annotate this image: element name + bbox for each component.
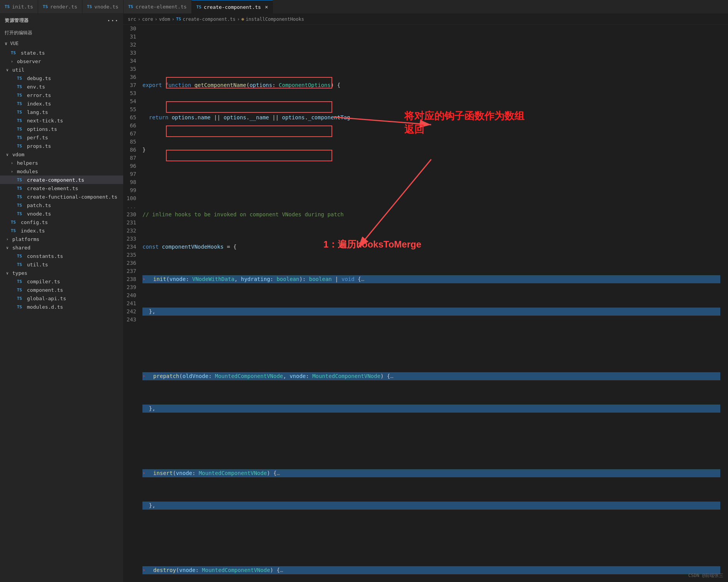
tab-bar: TS init.ts TS render.ts TS vnode.ts TS c… <box>0 0 728 14</box>
tab-init[interactable]: TS init.ts <box>0 0 38 13</box>
code-line: const componentVNodeHooks = { <box>142 243 720 251</box>
sidebar-item-util[interactable]: ∨ util <box>0 65 123 74</box>
tab-label: create-element.ts <box>136 4 187 10</box>
ts-icon: TS <box>87 4 92 9</box>
breadcrumb: src › core › vdom › TS create-component.… <box>123 14 728 25</box>
watermark: CSDN @前端张三 <box>688 572 723 579</box>
tab-label: render.ts <box>50 4 77 10</box>
close-icon[interactable]: × <box>265 4 268 10</box>
sidebar-item-create-functional[interactable]: TS create-functional-component.ts <box>0 192 123 201</box>
sidebar-item-lang[interactable]: TS lang.ts <box>0 108 123 116</box>
sidebar-item-debug[interactable]: TS debug.ts <box>0 74 123 82</box>
tab-label: init.ts <box>12 4 33 10</box>
code-line: }, <box>142 308 720 316</box>
tab-label: create-component.ts <box>204 4 261 10</box>
sidebar-item-platforms[interactable]: › platforms <box>0 235 123 243</box>
tab-label: vnode.ts <box>94 4 119 10</box>
sidebar-header: 资源管理器 ··· <box>0 14 123 27</box>
main-annotation-2: 返回 <box>404 123 424 136</box>
sidebar-open-editors[interactable]: 打开的编辑器 <box>0 27 123 38</box>
editor-area: src › core › vdom › TS create-component.… <box>123 14 728 582</box>
code-line: › insert(vnode: MountedComponentVNode) {… <box>142 469 720 477</box>
sidebar-item-create-component[interactable]: TS create-component.ts <box>0 176 123 184</box>
tab-create-element[interactable]: TS create-element.ts <box>124 0 192 13</box>
sidebar-item-state[interactable]: TS state.ts <box>0 48 123 57</box>
code-container: 30 31 32 33 34 35 36 37 53 54 55 65 66 6… <box>123 25 728 582</box>
code-line: // inline hooks to be invoked on compone… <box>142 211 720 219</box>
sidebar-item-vdom[interactable]: ∨ vdom <box>0 150 123 159</box>
main-annotation: 将对应的钩子函数作为数组 <box>404 109 524 123</box>
sidebar-dots[interactable]: ··· <box>107 17 119 24</box>
sidebar-item-component[interactable]: TS component.ts <box>0 286 123 294</box>
code-line <box>142 437 720 445</box>
ts-icon: TS <box>196 5 201 10</box>
sidebar-item-patch[interactable]: TS patch.ts <box>0 201 123 209</box>
sidebar-title: 资源管理器 <box>5 17 29 24</box>
sidebar-item-index-main[interactable]: TS index.ts <box>0 226 123 235</box>
sidebar-item-types[interactable]: ∨ types <box>0 269 123 277</box>
code-line: › prepatch(oldVnode: MountedComponentVNo… <box>142 372 720 380</box>
main-layout: 资源管理器 ··· 打开的编辑器 ∨ VUE TS state.ts › obs… <box>0 14 728 582</box>
editor-content[interactable]: 30 31 32 33 34 35 36 37 53 54 55 65 66 6… <box>123 25 728 582</box>
sidebar-item-props[interactable]: TS props.ts <box>0 142 123 150</box>
code-line: › init(vnode: VNodeWithData, hydrating: … <box>142 275 720 283</box>
step1-annotation: 1：遍历hooksToMerge <box>323 238 421 251</box>
sidebar-item-observer[interactable]: › observer <box>0 57 123 65</box>
sidebar-item-modules[interactable]: › modules <box>0 167 123 176</box>
sidebar-item-helpers[interactable]: › helpers <box>0 159 123 167</box>
tab-vnode[interactable]: TS vnode.ts <box>82 0 124 13</box>
sidebar-item-config[interactable]: TS config.ts <box>0 218 123 226</box>
sidebar-item-env[interactable]: TS env.ts <box>0 82 123 91</box>
code-line <box>142 340 720 348</box>
sidebar-item-shared[interactable]: ∨ shared <box>0 243 123 252</box>
ts-icon: TS <box>43 4 48 9</box>
code-line: }, <box>142 405 720 413</box>
sidebar-item-compiler[interactable]: TS compiler.ts <box>0 277 123 286</box>
code-line: › destroy(vnode: MountedComponentVNode) … <box>142 566 720 574</box>
sidebar-item-options[interactable]: TS options.ts <box>0 125 123 133</box>
sidebar-item-perf[interactable]: TS perf.ts <box>0 133 123 142</box>
code-line <box>142 49 720 57</box>
ts-icon: TS <box>128 4 133 9</box>
sidebar-item-create-element[interactable]: TS create-element.ts <box>0 184 123 192</box>
tab-render[interactable]: TS render.ts <box>38 0 82 13</box>
sidebar-item-vnode[interactable]: TS vnode.ts <box>0 209 123 218</box>
code-line <box>142 178 720 186</box>
sidebar-item-index-util[interactable]: TS index.ts <box>0 99 123 108</box>
sidebar: 资源管理器 ··· 打开的编辑器 ∨ VUE TS state.ts › obs… <box>0 14 123 582</box>
code-line <box>142 534 720 542</box>
code-line: } <box>142 146 720 154</box>
sidebar-item-util-shared[interactable]: TS util.ts <box>0 260 123 269</box>
sidebar-item-error[interactable]: TS error.ts <box>0 91 123 99</box>
code-line: export function getComponentName(options… <box>142 81 720 89</box>
sidebar-item-modules-d[interactable]: TS modules.d.ts <box>0 303 123 311</box>
code-lines: export function getComponentName(options… <box>142 25 728 582</box>
line-numbers: 30 31 32 33 34 35 36 37 53 54 55 65 66 6… <box>123 25 142 582</box>
code-line: }, <box>142 502 720 510</box>
sidebar-item-global-api[interactable]: TS global-api.ts <box>0 294 123 303</box>
tab-create-component[interactable]: TS create-component.ts × <box>192 0 273 13</box>
sidebar-item-next-tick[interactable]: TS next-tick.ts <box>0 116 123 125</box>
sidebar-vue-section[interactable]: ∨ VUE <box>0 38 123 48</box>
sidebar-item-constants[interactable]: TS constants.ts <box>0 252 123 260</box>
ts-icon: TS <box>5 4 10 9</box>
